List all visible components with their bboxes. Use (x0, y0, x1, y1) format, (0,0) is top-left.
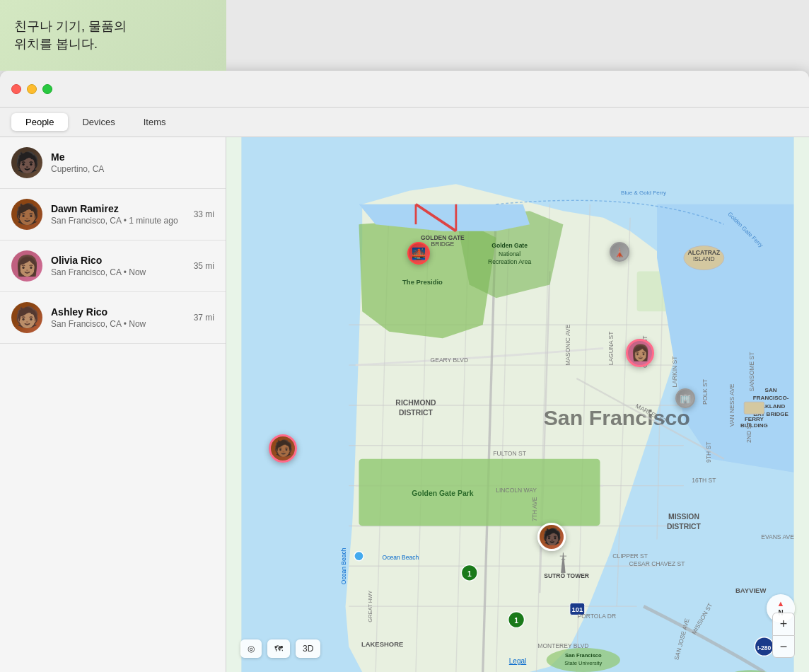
tooltip-text: 친구나 기기, 물품의위치를 봅니다. (14, 18, 127, 53)
svg-text:Ocean Beach: Ocean Beach (340, 548, 347, 584)
svg-text:SAN: SAN (765, 387, 777, 393)
svg-text:1: 1 (514, 617, 518, 625)
person-name: Dawn Ramirez (51, 203, 214, 214)
svg-text:RICHMOND: RICHMOND (395, 399, 436, 407)
zoom-controls: + − (772, 613, 795, 658)
tab-items[interactable]: Items (129, 113, 180, 131)
3d-label: 3D (303, 644, 313, 654)
svg-text:GEARY BLVD: GEARY BLVD (431, 357, 468, 364)
person-info: Dawn Ramirez San Francisco, CA • 1 minut… (51, 203, 214, 226)
svg-text:Ocean Beach: Ocean Beach (383, 554, 419, 561)
svg-text:State University: State University (564, 660, 602, 666)
svg-text:SUTRO TOWER: SUTRO TOWER (544, 572, 589, 579)
avatar: 🧑🏽 (11, 302, 42, 333)
svg-text:Recreation Area: Recreation Area (488, 258, 531, 265)
person-info: Ashley Rico San Francisco, CA • Now (51, 306, 214, 329)
traffic-lights (11, 84, 52, 94)
map-controls: ◎ 🗺 3D (240, 639, 320, 658)
person-location: San Francisco, CA • 1 minute ago (51, 216, 214, 226)
svg-text:Blue & Gold Ferry: Blue & Gold Ferry (621, 190, 666, 196)
svg-text:National: National (499, 250, 520, 257)
person-location: Cupertino, CA (51, 164, 214, 174)
person-location: San Francisco, CA • Now (51, 319, 214, 329)
svg-text:BAYVIEW: BAYVIEW (735, 586, 766, 594)
map-type-button[interactable]: 🗺 (267, 639, 290, 658)
svg-text:CLIPPER ST: CLIPPER ST (612, 552, 648, 560)
avatar-emoji: 🧑🏿 (15, 153, 40, 173)
svg-text:CESAR CHAVEZ ST: CESAR CHAVEZ ST (629, 560, 685, 567)
svg-text:BRIDGE: BRIDGE (431, 241, 455, 248)
person-name: Ashley Rico (51, 306, 214, 318)
svg-text:DISTRICT: DISTRICT (667, 523, 702, 531)
avatar: 🧑🏿 (11, 147, 42, 178)
svg-point-63 (354, 551, 363, 560)
tab-people[interactable]: People (11, 113, 68, 131)
map-pin-ashley[interactable]: 🧑🏿 (537, 523, 566, 551)
sidebar: 🧑🏿 Me Cupertino, CA 🧑🏾 Dawn Ramirez San … (0, 137, 226, 672)
person-distance: 35 mi (194, 261, 214, 271)
svg-text:EVANS AVE: EVANS AVE (761, 533, 794, 540)
svg-rect-58 (744, 402, 764, 414)
svg-text:MASONIC AVE: MASONIC AVE (564, 324, 571, 365)
map-pin-dawn[interactable]: 🧑🏾 (269, 434, 297, 463)
3d-button[interactable]: 3D (296, 639, 320, 658)
avatar: 🧑🏾 (11, 199, 42, 230)
svg-text:LAGUNA ST: LAGUNA ST (607, 332, 615, 366)
avatar: 👩🏽 (11, 250, 42, 282)
svg-text:Golden Gate: Golden Gate (491, 242, 528, 249)
svg-text:2ND ST: 2ND ST (745, 422, 752, 443)
content-area: 🧑🏿 Me Cupertino, CA 🧑🏾 Dawn Ramirez San … (0, 137, 809, 672)
svg-text:I-280: I-280 (757, 644, 772, 651)
list-item[interactable]: 👩🏽 Olivia Rico San Francisco, CA • Now 3… (0, 241, 226, 292)
svg-text:FERRY: FERRY (745, 416, 764, 422)
svg-text:16TH ST: 16TH ST (692, 477, 716, 484)
person-distance: 37 mi (194, 313, 214, 323)
person-name: Me (51, 151, 214, 163)
svg-text:GREAT HWY: GREAT HWY (367, 591, 373, 622)
map-pin-device1[interactable]: 🗼 (610, 242, 629, 262)
tab-devices[interactable]: Devices (68, 113, 129, 131)
person-name: Olivia Rico (51, 255, 214, 266)
svg-text:VAN NESS AVE: VAN NESS AVE (728, 383, 735, 427)
map-pin-olivia[interactable]: 👩🏽 (626, 339, 654, 367)
titlebar (0, 71, 809, 108)
list-item[interactable]: 🧑🏾 Dawn Ramirez San Francisco, CA • 1 mi… (0, 189, 226, 241)
svg-text:1: 1 (467, 570, 472, 578)
svg-text:PORTOLA DR: PORTOLA DR (577, 613, 616, 620)
location-button[interactable]: ◎ (240, 639, 262, 658)
svg-rect-18 (359, 459, 600, 526)
person-distance: 33 mi (194, 209, 214, 219)
map-pin-me[interactable]: 🌉 (407, 242, 430, 265)
svg-text:GOLDEN GATE: GOLDEN GATE (421, 234, 465, 241)
maximize-button[interactable] (42, 84, 52, 94)
svg-text:San Francisco: San Francisco (565, 652, 602, 659)
svg-text:MONTEREY BLVD: MONTEREY BLVD (537, 642, 588, 649)
list-item[interactable]: 🧑🏽 Ashley Rico San Francisco, CA • Now 3… (0, 292, 226, 344)
main-window: People Devices Items 🧑🏿 Me Cupertino, CA… (0, 71, 809, 672)
svg-text:ISLAND: ISLAND (693, 255, 715, 262)
person-location: San Francisco, CA • Now (51, 267, 214, 277)
svg-text:POLK ST: POLK ST (702, 379, 709, 405)
svg-text:LARKIN ST: LARKIN ST (671, 357, 678, 388)
zoom-in-button[interactable]: + (772, 613, 795, 635)
svg-text:FRANCISCO-: FRANCISCO- (753, 395, 789, 401)
map-area[interactable]: Golden Gate Park The Presidio Golden Gat… (226, 137, 809, 672)
avatar-emoji: 🧑🏽 (15, 308, 40, 328)
svg-text:LINCOLN WAY: LINCOLN WAY (496, 487, 537, 494)
close-button[interactable] (11, 84, 21, 94)
svg-text:ALCATRAZ: ALCATRAZ (688, 249, 721, 256)
tabs-bar: People Devices Items (0, 108, 809, 137)
map-pin-device2[interactable]: 🏢 (675, 388, 695, 408)
list-item[interactable]: 🧑🏿 Me Cupertino, CA (0, 137, 226, 189)
svg-text:MISSION: MISSION (668, 513, 699, 521)
zoom-out-button[interactable]: − (772, 635, 795, 658)
svg-text:Golden Gate Park: Golden Gate Park (412, 489, 474, 497)
svg-text:DISTRICT: DISTRICT (399, 409, 433, 417)
svg-text:SANSOME ST: SANSOME ST (748, 352, 755, 392)
svg-text:101: 101 (571, 606, 583, 613)
svg-text:FULTON ST: FULTON ST (493, 450, 526, 457)
legal-link[interactable]: Legal (509, 657, 526, 665)
minimize-button[interactable] (27, 84, 37, 94)
person-info: Olivia Rico San Francisco, CA • Now (51, 255, 214, 277)
map-svg: Golden Gate Park The Presidio Golden Gat… (226, 137, 809, 672)
